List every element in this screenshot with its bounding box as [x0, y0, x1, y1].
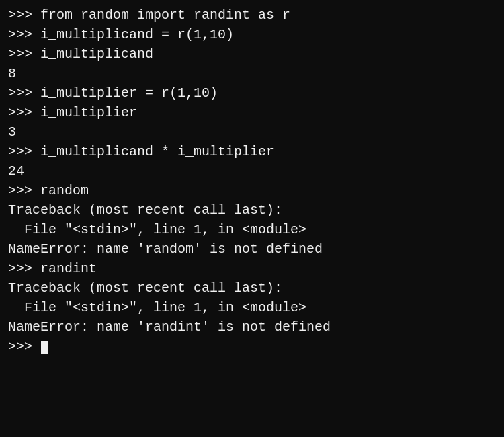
terminal-line: 8	[8, 64, 496, 83]
terminal-line: NameError: name 'random' is not defined	[8, 239, 496, 259]
terminal-line: >>> i_multiplicand * i_multiplier	[8, 142, 496, 161]
terminal-line: >>> randint	[8, 259, 496, 278]
terminal-line: NameError: name 'randint' is not defined	[8, 317, 496, 337]
terminal-line: File "<stdin>", line 1, in <module>	[8, 298, 496, 317]
terminal-line: >>> i_multiplier = r(1,10)	[8, 83, 496, 103]
terminal-line: Traceback (most recent call last):	[8, 200, 496, 220]
terminal-line: >>> i_multiplicand	[8, 44, 496, 64]
terminal-line: Traceback (most recent call last):	[8, 278, 496, 298]
terminal-line: >>> from random import randint as r	[8, 5, 496, 25]
terminal-cursor	[41, 341, 48, 354]
terminal-line: >>> i_multiplicand = r(1,10)	[8, 25, 496, 44]
terminal-line: >>> random	[8, 181, 496, 200]
terminal-line: 24	[8, 161, 496, 181]
terminal-line: 3	[8, 122, 496, 142]
terminal-line: File "<stdin>", line 1, in <module>	[8, 220, 496, 239]
terminal-line: >>>	[8, 337, 496, 356]
terminal-line: >>> i_multiplier	[8, 103, 496, 122]
terminal-window[interactable]: >>> from random import randint as r>>> i…	[0, 0, 504, 437]
